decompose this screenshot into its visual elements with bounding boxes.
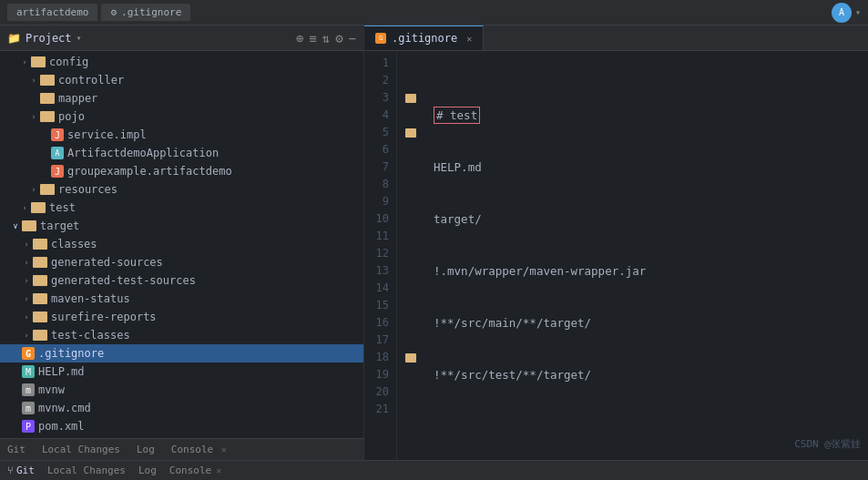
tree-item-pojo[interactable]: › pojo <box>0 107 363 126</box>
tab-log[interactable]: Log <box>133 442 158 457</box>
title-tab-label: artifactdemo <box>16 6 88 18</box>
user-avatar[interactable]: A <box>832 3 852 23</box>
watermark: CSDN @张紫娃 <box>794 437 861 451</box>
file-service-impl-icon: J <box>51 128 64 141</box>
tree-item-groupexample[interactable]: J groupexample.artifactdemo <box>0 162 363 180</box>
tree-label-maven-status: maven-status <box>51 292 363 305</box>
code-line-2: HELP.md <box>434 158 868 176</box>
git-icon: ⑂ <box>7 465 14 476</box>
tab-console[interactable]: Console ✕ <box>168 442 230 457</box>
title-tab-icon: ⚙ <box>110 6 117 18</box>
tree-item-generated-sources[interactable]: › generated-sources <box>0 253 363 271</box>
file-application-icon: A <box>51 147 64 159</box>
folder-target-icon <box>22 220 36 231</box>
code-line-1-text: # test <box>434 107 480 124</box>
gutter-folder-line18 <box>405 353 416 363</box>
tree-item-maven-status[interactable]: › maven-status <box>0 290 363 308</box>
arrow-controller: › <box>27 76 40 85</box>
tree-item-mvnw-cmd[interactable]: m mvnw.cmd <box>0 399 363 417</box>
tree-label-classes: classes <box>51 238 363 250</box>
console-close-icon[interactable]: ✕ <box>221 444 227 454</box>
project-tree: › config › controller mapper › pojo <box>0 51 363 438</box>
title-tab-gitignore[interactable]: ⚙ .gitignore <box>101 4 190 21</box>
title-tab-artifactdemo[interactable]: artifactdemo <box>7 4 97 21</box>
user-dropdown-icon[interactable]: ▾ <box>855 7 861 17</box>
tree-item-help-md[interactable]: M HELP.md <box>0 363 363 381</box>
tree-item-controller[interactable]: › controller <box>0 71 363 89</box>
user-icon-area: A ▾ <box>832 3 861 23</box>
tree-label-gen-src: generated-sources <box>51 256 363 269</box>
file-mvnw-cmd-icon: m <box>22 402 35 414</box>
tree-label-mapper: mapper <box>58 92 363 105</box>
list-icon[interactable]: ≡ <box>309 31 316 46</box>
tree-item-gitignore[interactable]: G .gitignore <box>0 344 363 363</box>
tree-item-test-classes[interactable]: › test-classes <box>0 326 363 344</box>
tree-label-surefire: surefire-reports <box>51 311 363 323</box>
tree-label-resources: resources <box>58 183 363 196</box>
tab-gitignore-label: .gitignore <box>392 32 457 45</box>
line-numbers: 1 2 3 4 5 6 7 8 9 10 11 12 13 14 15 16 1… <box>364 51 397 460</box>
tab-git[interactable]: Git <box>4 442 29 457</box>
sidebar-chevron-icon[interactable]: ▾ <box>77 33 82 43</box>
folder-classes-icon <box>33 239 47 250</box>
folder-config-icon <box>31 56 46 67</box>
tab-close-icon[interactable]: ✕ <box>466 34 472 44</box>
collapse-icon[interactable]: − <box>349 31 356 46</box>
code-line-6-text: !**/src/test/**/target/ <box>434 366 591 383</box>
tab-local-changes[interactable]: Local Changes <box>38 442 124 457</box>
status-local-changes[interactable]: Local Changes <box>47 465 126 476</box>
code-line-4: !.mvn/wrapper/maven-wrapper.jar <box>434 262 868 280</box>
status-git[interactable]: ⑂ Git <box>7 465 35 476</box>
sort-icon[interactable]: ⇅ <box>322 31 330 46</box>
tree-item-surefire-reports[interactable]: › surefire-reports <box>0 308 363 326</box>
folder-test-classes-icon <box>33 330 47 341</box>
code-line-3-text: target/ <box>434 210 482 228</box>
editor-tab-gitignore[interactable]: G .gitignore ✕ <box>364 26 484 50</box>
code-line-5-text: !**/src/main/**/target/ <box>434 314 591 332</box>
folder-test-icon <box>31 202 46 213</box>
settings-icon[interactable]: ⚙ <box>335 31 342 46</box>
tree-item-resources[interactable]: › resources <box>0 180 363 199</box>
tree-label-controller: controller <box>58 74 363 87</box>
file-help-icon: M <box>22 365 35 378</box>
code-line-4-text: !.mvn/wrapper/maven-wrapper.jar <box>434 262 646 280</box>
tree-label-service-impl: service.impl <box>67 128 363 141</box>
arrow-resources: › <box>27 185 40 194</box>
tree-item-application[interactable]: A ArtifactdemoApplication <box>0 144 363 162</box>
console-status-close[interactable]: ✕ <box>216 465 221 475</box>
tree-label-groupexample: groupexample.artifactdemo <box>67 165 363 178</box>
status-log[interactable]: Log <box>138 465 157 476</box>
tree-item-test[interactable]: › test <box>0 199 363 217</box>
arrow-target: ∨ <box>9 221 22 230</box>
tree-label-test: test <box>49 201 363 214</box>
tree-label-mvnw-cmd: mvnw.cmd <box>38 402 363 414</box>
code-line-3: target/ <box>434 210 868 228</box>
gutter-folder-line5 <box>405 128 416 138</box>
gutter-icons <box>397 51 424 460</box>
tree-label-target: target <box>40 220 363 232</box>
tree-item-mvnw[interactable]: m mvnw <box>0 381 363 399</box>
tree-label-gitignore: .gitignore <box>38 347 363 360</box>
tree-item-mapper[interactable]: mapper <box>0 89 363 107</box>
arrow-pojo: › <box>27 112 40 121</box>
tree-item-target[interactable]: ∨ target <box>0 217 363 235</box>
sidebar: 📁 Project ▾ ⊕ ≡ ⇅ ⚙ − › config › <box>0 26 364 460</box>
code-editor[interactable]: # test HELP.md target/ !.mvn/wrapper/mav… <box>424 51 868 460</box>
tree-item-classes[interactable]: › classes <box>0 235 363 253</box>
add-icon[interactable]: ⊕ <box>296 31 303 46</box>
tree-item-config[interactable]: › config <box>0 53 363 71</box>
status-console[interactable]: Console ✕ <box>169 465 221 476</box>
editor-tabs: G .gitignore ✕ <box>364 26 868 51</box>
sidebar-bottom-tabs: Git Local Changes Log Console ✕ <box>0 438 363 460</box>
tree-item-service-impl[interactable]: J service.impl <box>0 126 363 144</box>
editor-area: G .gitignore ✕ 1 2 3 4 5 6 7 8 9 10 11 1… <box>364 26 868 460</box>
tree-item-pom[interactable]: P pom.xml <box>0 417 363 435</box>
folder-surefire-icon <box>33 311 47 322</box>
sidebar-header: 📁 Project ▾ ⊕ ≡ ⇅ ⚙ − <box>0 26 363 51</box>
tree-label-help: HELP.md <box>38 365 363 378</box>
sidebar-toolbar: ⊕ ≡ ⇅ ⚙ − <box>296 31 356 46</box>
tree-label-gen-test: generated-test-sources <box>51 274 363 287</box>
line1-highlight-box: # test <box>434 107 480 124</box>
tree-item-generated-test-sources[interactable]: › generated-test-sources <box>0 271 363 290</box>
folder-pojo-icon <box>40 111 55 122</box>
